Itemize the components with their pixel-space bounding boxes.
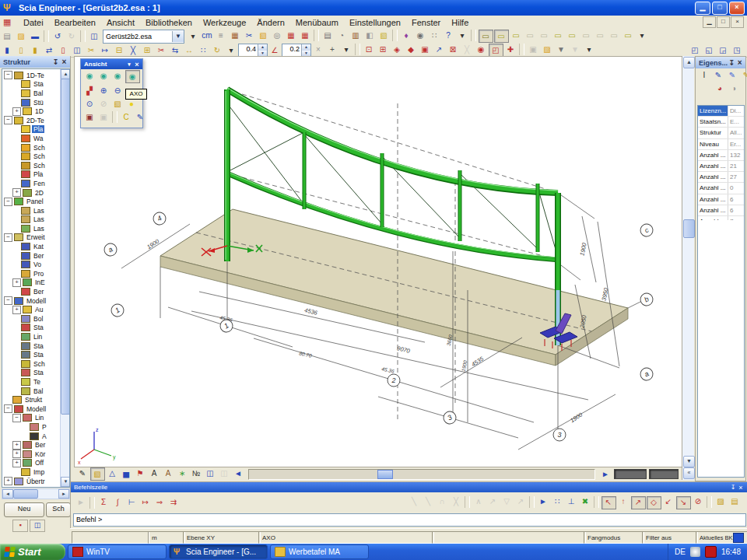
beam-break-icon[interactable]: ⊟ bbox=[113, 44, 126, 56]
hinge-icon[interactable]: ⊞ bbox=[377, 44, 390, 55]
expand-icon[interactable]: + bbox=[12, 107, 21, 116]
mdi-minimize-button[interactable]: ▁ bbox=[703, 16, 716, 28]
start-button[interactable]: Start bbox=[0, 544, 65, 560]
tools-dropdown-icon[interactable]: ▾ bbox=[456, 30, 469, 41]
wintv-tray-icon[interactable] bbox=[705, 546, 717, 558]
menu-datei[interactable]: Datei bbox=[18, 17, 49, 28]
view-frame-6-icon[interactable]: ▭ bbox=[552, 30, 565, 41]
scroll-down-icon[interactable]: ▼ bbox=[61, 477, 70, 487]
beam-align-icon[interactable]: ⊞ bbox=[141, 44, 154, 56]
edit-props-2-icon[interactable]: ✎ bbox=[726, 69, 739, 81]
window-cascade-icon[interactable]: ◰ bbox=[689, 44, 702, 56]
line-tool-icon[interactable]: ╲ bbox=[408, 496, 421, 508]
view-frame-9-icon[interactable]: ▭ bbox=[594, 30, 607, 41]
angle-tool-icon[interactable]: ∠ bbox=[268, 44, 282, 56]
layers-icon[interactable]: ≡ bbox=[215, 30, 228, 41]
labels-remove-icon[interactable]: A bbox=[162, 467, 175, 479]
view-toolbar[interactable]: Ansicht ▾ × ◉◉◉◉ ▞⊕⊖ ⊙⊘▧● ▣▣C✎ AXO bbox=[80, 58, 143, 128]
scroll-right-icon[interactable]: ► bbox=[599, 468, 612, 480]
table-results-icon[interactable]: ▦ bbox=[299, 30, 312, 41]
pin-icon[interactable]: ↧ bbox=[728, 59, 735, 67]
beam-split-icon[interactable]: ▯ bbox=[57, 44, 70, 56]
text-cursor-icon[interactable]: I bbox=[698, 69, 711, 81]
integral-selection-icon[interactable]: ∫ bbox=[111, 497, 124, 509]
beam-cut-icon[interactable]: ✂ bbox=[155, 44, 168, 56]
language-indicator[interactable]: DE bbox=[675, 548, 686, 556]
support-hinged-icon[interactable]: ◆ bbox=[405, 44, 418, 55]
property-row[interactable]: Staatsn...E... bbox=[698, 117, 744, 128]
view-x-icon[interactable]: ◉ bbox=[83, 70, 96, 82]
scroll-left-icon[interactable]: ◄ bbox=[232, 467, 245, 479]
collapse-icon[interactable]: − bbox=[12, 414, 21, 422]
calculator-icon[interactable]: ▦ bbox=[229, 30, 242, 41]
mesh-refine-icon[interactable]: ◉ bbox=[475, 44, 488, 55]
scroll-left-icon[interactable]: ◄ bbox=[2, 489, 13, 499]
view-frame-3-icon[interactable]: ▭ bbox=[510, 30, 523, 41]
ucs-dropdown-icon[interactable]: ▾ bbox=[340, 44, 353, 55]
support-fixed-icon[interactable]: ◈ bbox=[391, 44, 404, 55]
line-tool-2-icon[interactable]: ╲ bbox=[422, 496, 435, 508]
snap-settings-folder-icon[interactable]: ▨ bbox=[714, 496, 728, 508]
node-move-icon[interactable]: ▮ bbox=[1, 44, 14, 56]
zoom-in-icon[interactable]: ⊕ bbox=[97, 85, 110, 96]
arc-tool-icon[interactable]: ∩ bbox=[436, 496, 449, 508]
scroll-up-icon[interactable]: ▲ bbox=[683, 57, 695, 68]
center-view-icon[interactable]: ✚ bbox=[504, 44, 517, 55]
view-window-icon[interactable]: ◫ bbox=[204, 467, 217, 479]
view-frame-1-icon[interactable]: ▭ bbox=[479, 30, 493, 43]
ucs-tool-icon[interactable]: + bbox=[326, 44, 339, 55]
snap-intersection-icon[interactable]: ✖ bbox=[579, 496, 592, 508]
window-tile-vert-icon[interactable]: ◲ bbox=[717, 44, 730, 56]
tree-scrollbar-thumb[interactable] bbox=[61, 79, 70, 415]
table-edit-icon[interactable]: ▦ bbox=[285, 30, 298, 41]
print-preview-icon[interactable]: ◔ bbox=[335, 30, 349, 41]
status-view[interactable]: AXO bbox=[258, 531, 434, 544]
perspective-icon[interactable]: ▞ bbox=[83, 85, 96, 96]
zoom-window-icon[interactable]: ⊙ bbox=[83, 98, 96, 110]
canvas-hscrollbar-thumb[interactable] bbox=[377, 470, 393, 479]
undo-icon[interactable]: ↺ bbox=[51, 30, 65, 42]
menu-bearbeiten[interactable]: Bearbeiten bbox=[49, 17, 101, 28]
zoom-all-icon[interactable]: ⊘ bbox=[97, 98, 110, 110]
labels-add-icon[interactable]: A bbox=[148, 467, 161, 479]
pencil-icon[interactable]: ✎ bbox=[740, 69, 747, 81]
pencil-mode-icon[interactable]: ✎ bbox=[76, 467, 89, 479]
view-frame-8-icon[interactable]: ▭ bbox=[580, 30, 593, 41]
vector-snap-icon[interactable]: ↗ bbox=[486, 496, 500, 508]
close-panel-button[interactable]: Sch bbox=[46, 502, 71, 517]
photo-view-icon[interactable]: ▣ bbox=[83, 111, 96, 123]
numbering-icon[interactable]: № bbox=[190, 467, 203, 479]
scale-spinner[interactable]: 0.4 ▲▼ bbox=[238, 44, 268, 57]
beam-stretch-icon[interactable]: ↔ bbox=[183, 44, 196, 56]
scroll-down-icon[interactable]: ▼ bbox=[683, 456, 695, 467]
property-row[interactable]: Anzahl ...6 bbox=[698, 205, 744, 216]
tree-horizontal-scrollbar[interactable]: ◄ ► bbox=[2, 488, 70, 499]
collapse-icon[interactable]: − bbox=[4, 233, 12, 242]
pin-icon[interactable]: ↧ bbox=[51, 58, 60, 66]
status-filter[interactable]: Filter aus bbox=[642, 531, 698, 544]
snap-edge-icon[interactable]: ◇ bbox=[647, 496, 661, 509]
task-werbetafel[interactable]: Werbetafel MA bbox=[270, 544, 369, 559]
view-z-icon[interactable]: ◉ bbox=[111, 70, 124, 82]
window-tile-icon[interactable]: ◱ bbox=[703, 44, 716, 56]
sum-selection-icon[interactable]: Σ bbox=[97, 497, 110, 509]
new-button[interactable]: Neu bbox=[4, 502, 44, 517]
document-export-icon[interactable]: ▧ bbox=[377, 30, 391, 41]
close-button[interactable]: × bbox=[729, 2, 745, 15]
tree-scrollbar[interactable]: ▲ ▼ bbox=[60, 69, 69, 487]
window-arrange-icon[interactable]: ◳ bbox=[731, 44, 744, 56]
property-row[interactable]: Lizenzn...Di... bbox=[698, 106, 744, 117]
beam-join-icon[interactable]: ◫ bbox=[71, 44, 84, 56]
task-wintv[interactable]: WinTV bbox=[68, 544, 167, 559]
direction-snap-icon[interactable]: ↗ bbox=[514, 496, 528, 508]
expand-icon[interactable]: + bbox=[12, 306, 21, 314]
import-model-icon[interactable]: ▨ bbox=[541, 44, 554, 55]
cross-link-icon[interactable]: ▣ bbox=[419, 44, 432, 55]
tree-hscrollbar-thumb[interactable] bbox=[13, 489, 38, 499]
document-folder-icon[interactable]: ▧ bbox=[257, 30, 270, 41]
volume-icon[interactable] bbox=[690, 547, 700, 557]
colors-toggle-icon[interactable]: C bbox=[120, 111, 133, 123]
close-icon[interactable]: × bbox=[133, 61, 141, 68]
view-frame-4-icon[interactable]: ▭ bbox=[524, 30, 537, 41]
redo-icon[interactable]: ↻ bbox=[65, 30, 79, 42]
